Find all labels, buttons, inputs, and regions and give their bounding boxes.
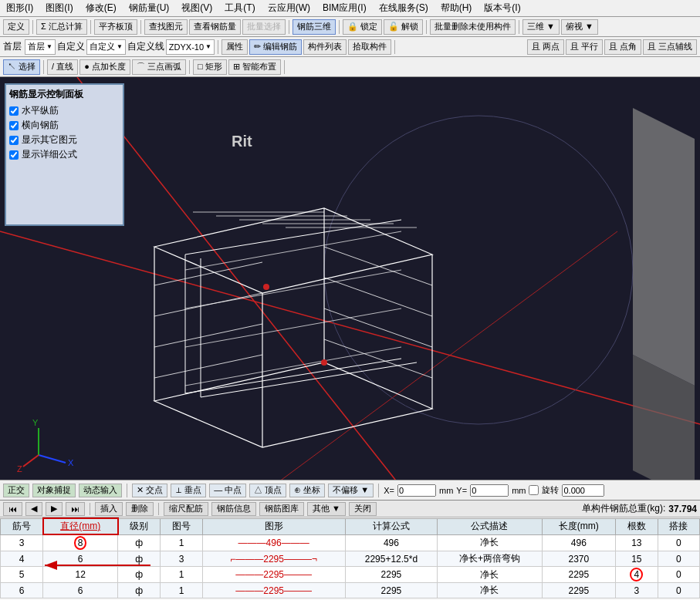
others-btn[interactable]: 其他 ▼	[307, 502, 346, 516]
menu-help[interactable]: 帮助(H)	[438, 1, 475, 15]
checkbox-transverse-rebar[interactable]: 横向钢筋	[9, 119, 120, 132]
batch-delete-btn[interactable]: 批量删除未使用构件	[430, 19, 516, 35]
cell-grade: ф	[118, 567, 161, 583]
custom-line-label: 自定义线	[127, 40, 164, 53]
label-horizontal: 水平纵筋	[22, 104, 59, 117]
three-point-arc-btn[interactable]: ⌒ 三点画弧	[132, 59, 186, 75]
menu-online[interactable]: 在线服务(S)	[376, 1, 431, 15]
snap-btn[interactable]: 对象捕捉	[32, 484, 76, 497]
insert-btn[interactable]: 插入	[95, 502, 123, 516]
menu-figure[interactable]: 图形(I)	[3, 1, 36, 15]
menu-modify[interactable]: 修改(E)	[83, 1, 120, 15]
edit-rebar-btn[interactable]: ✏ 编辑钢筋	[249, 39, 302, 55]
cell-grade: ф	[118, 583, 161, 598]
rotate-check[interactable]	[529, 485, 539, 495]
delete-btn[interactable]: 删除	[126, 502, 154, 516]
define-btn[interactable]: 定义	[3, 19, 29, 35]
cell-length: 2370	[542, 551, 616, 567]
check-formula[interactable]	[9, 150, 19, 160]
cell-length: 496	[542, 534, 616, 551]
top-view-btn[interactable]: 俯视 ▼	[561, 19, 598, 35]
select-btn[interactable]: ↖ 选择	[3, 59, 40, 75]
menu-cloud[interactable]: 云应用(W)	[265, 1, 313, 15]
checkbox-other-elements[interactable]: 显示其它图元	[9, 133, 120, 147]
table-row[interactable]: 3 8 ф 1 ———496——— 496 净长 496 13 0	[1, 534, 700, 551]
custom-line-dropdown[interactable]: ZDYX-10 ▼	[166, 39, 215, 55]
3d-view-btn[interactable]: 三维 ▼	[522, 19, 560, 35]
nav-prev-prev-btn[interactable]: ⏮	[3, 502, 22, 516]
table-row[interactable]: 5 12 ф 1 ———2295——— 2295 净长 2295 4 0	[1, 567, 700, 583]
lock-btn[interactable]: 🔒 锁定	[343, 19, 382, 35]
vertex-btn[interactable]: △ 顶点	[249, 484, 286, 497]
line-btn[interactable]: / 直线	[47, 59, 78, 75]
cell-count: 15	[616, 551, 658, 567]
pick-element-btn[interactable]: 拾取构件	[348, 39, 391, 55]
element-list-btn[interactable]: 构件列表	[303, 39, 347, 55]
point-length-btn[interactable]: ● 点加长度	[79, 59, 130, 75]
menu-rebar-qty[interactable]: 钢筋量(U)	[126, 1, 173, 15]
svg-text:Y: Y	[32, 418, 39, 427]
menu-bar: 图形(I) 图图(I) 修改(E) 钢筋量(U) 视图(V) 工具(T) 云应用…	[0, 0, 700, 17]
sep-bt1	[90, 503, 90, 515]
menu-version[interactable]: 版本号(I)	[481, 1, 523, 15]
menu-diagram[interactable]: 图图(I)	[42, 1, 76, 15]
sep2	[90, 20, 91, 34]
menu-tools[interactable]: 工具(T)	[221, 1, 258, 15]
3d-rebar-btn[interactable]: 钢筋三维	[293, 19, 336, 35]
menu-view[interactable]: 视图(V)	[178, 1, 215, 15]
custom-dropdown[interactable]: 自定义 ▼	[86, 39, 126, 55]
sep3	[140, 20, 141, 34]
check-horizontal[interactable]	[9, 106, 19, 116]
parallel-btn[interactable]: 且 平行	[566, 39, 603, 55]
dynamic-input-btn[interactable]: 动态输入	[79, 484, 122, 497]
unlock-btn[interactable]: 🔓 解锁	[384, 19, 423, 35]
checkbox-horizontal-rebar[interactable]: 水平纵筋	[9, 104, 120, 117]
sep5	[339, 20, 340, 34]
two-point-btn[interactable]: 且 两点	[527, 39, 564, 55]
table-row[interactable]: 4 6 ф 3 ⌐———2295———¬ 2295+12.5*d 净长+两倍弯钩…	[1, 551, 700, 567]
rectangle-btn[interactable]: □ 矩形	[193, 59, 227, 75]
cell-desc: 净长	[438, 534, 542, 551]
property-btn[interactable]: 属性	[221, 39, 248, 55]
intersection-btn[interactable]: ✕ 交点	[132, 484, 167, 497]
close-btn[interactable]: 关闭	[349, 502, 377, 516]
no-offset-btn[interactable]: 不偏移 ▼	[328, 484, 374, 497]
checkbox-formula[interactable]: 显示详细公式	[9, 148, 120, 161]
coord-btn[interactable]: ⊕ 坐标	[289, 484, 325, 497]
rotate-input[interactable]	[562, 484, 604, 497]
menu-bim[interactable]: BIM应用(I)	[320, 1, 370, 15]
cad-viewport[interactable]: 钢筋显示控制面板 水平纵筋 横向钢筋 显示其它图元 显示详细公式	[0, 77, 700, 480]
nav-prev-btn[interactable]: ◀	[25, 502, 42, 516]
nav-next-next-btn[interactable]: ⏭	[66, 502, 85, 516]
left-control-panel: 钢筋显示控制面板 水平纵筋 横向钢筋 显示其它图元 显示详细公式	[5, 83, 124, 226]
align-top-btn[interactable]: 平齐板顶	[94, 19, 137, 35]
check-other[interactable]	[9, 136, 19, 145]
check-transverse[interactable]	[9, 121, 19, 130]
find-element-btn[interactable]: 查找图元	[144, 19, 188, 35]
cell-id: 5	[1, 567, 43, 583]
midpoint-btn[interactable]: — 中点	[209, 484, 246, 497]
ortho-btn[interactable]: 正交	[3, 484, 29, 497]
toolbar-1: 定义 Σ 汇总计算 平齐板顶 查找图元 查看钢筋量 批量选择 钢筋三维 🔒 锁定…	[0, 17, 700, 37]
layer-dropdown[interactable]: 首层 ▼	[25, 39, 56, 55]
batch-select-btn[interactable]: 批量选择	[242, 19, 286, 35]
rebar-lib-btn[interactable]: 钢筋图库	[259, 502, 304, 516]
mm-label-y: mm	[512, 486, 526, 495]
cell-splice: 0	[658, 567, 699, 583]
summarize-btn[interactable]: Σ 汇总计算	[36, 19, 87, 35]
bottom-area: ⏮ ◀ ▶ ⏭ 插入 删除 缩尺配筋 钢筋信息 钢筋图库 其他 ▼ 关闭 单构件…	[0, 500, 700, 600]
table-row[interactable]: 6 6 ф 1 ———2295——— 2295 净长 2295 3 0	[1, 583, 700, 598]
col-diameter: 直径(mm)	[43, 518, 118, 534]
x-input[interactable]	[397, 484, 436, 497]
y-input[interactable]	[470, 484, 509, 497]
rebar-info-btn[interactable]: 钢筋信息	[211, 502, 256, 516]
point-angle-btn[interactable]: 且 点角	[604, 39, 641, 55]
perpendicular-btn[interactable]: ⊥ 垂点	[171, 484, 206, 497]
smart-layout-btn[interactable]: ⊞ 智能布置	[228, 59, 281, 75]
nav-next-btn[interactable]: ▶	[46, 502, 63, 516]
col-formula: 计算公式	[345, 518, 438, 534]
svg-text:X: X	[68, 458, 74, 467]
three-point-aux-btn[interactable]: 且 三点辅线	[643, 39, 697, 55]
scale-rebar-btn[interactable]: 缩尺配筋	[164, 502, 208, 516]
view-rebar-btn[interactable]: 查看钢筋量	[189, 19, 241, 35]
